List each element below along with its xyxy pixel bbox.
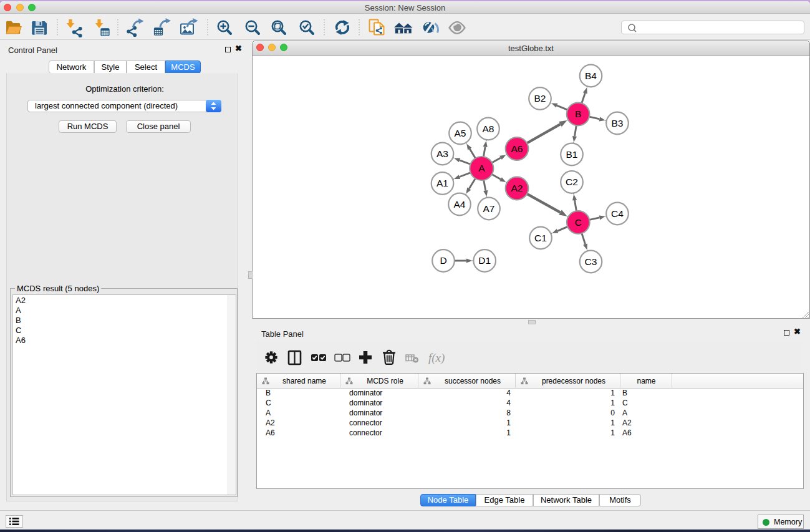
svg-text:A4: A4	[454, 199, 466, 210]
svg-text:A3: A3	[436, 148, 448, 159]
svg-text:D1: D1	[478, 255, 491, 266]
svg-text:A6: A6	[511, 143, 523, 154]
svg-text:C4: C4	[611, 208, 624, 219]
svg-text:B: B	[575, 109, 581, 119]
svg-text:C: C	[575, 217, 582, 228]
svg-text:D: D	[440, 255, 446, 266]
svg-text:B3: B3	[612, 118, 624, 128]
svg-text:B1: B1	[566, 149, 578, 160]
svg-text:B2: B2	[534, 93, 546, 104]
svg-text:B4: B4	[585, 70, 597, 81]
svg-text:f(x): f(x)	[428, 351, 445, 365]
svg-text:A7: A7	[483, 203, 495, 214]
svg-text:A: A	[478, 163, 485, 173]
svg-text:A8: A8	[483, 123, 494, 134]
svg-text:A1: A1	[436, 178, 448, 188]
svg-text:A2: A2	[511, 183, 523, 193]
svg-text:C2: C2	[566, 177, 578, 187]
svg-text:C1: C1	[534, 233, 547, 243]
svg-text:C3: C3	[585, 256, 597, 267]
svg-text:A5: A5	[455, 128, 466, 138]
